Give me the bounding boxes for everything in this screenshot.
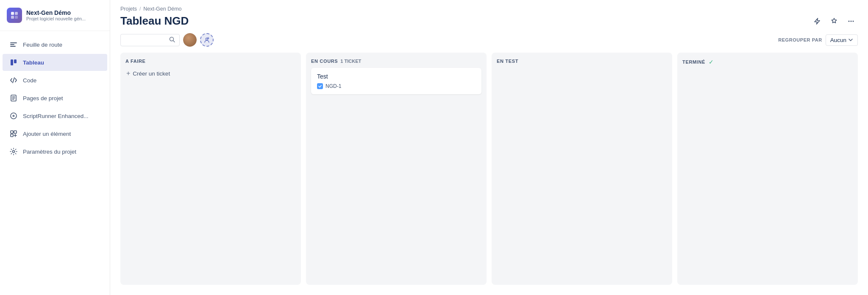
avatar-image	[183, 33, 197, 47]
regrouper-label: REGROUPER PAR	[778, 37, 822, 42]
svg-rect-5	[14, 59, 17, 63]
sidebar-item-roadmap[interactable]: Feuille de route	[3, 36, 107, 53]
column-done: TERMINÉ ✓	[677, 53, 858, 285]
pages-icon	[9, 94, 18, 102]
topbar: Projets / Next-Gen Démo Tableau NGD	[110, 0, 868, 28]
svg-rect-4	[11, 59, 13, 65]
column-header-done: TERMINÉ ✓	[682, 59, 853, 65]
sidebar-label-add: Ajouter un élément	[23, 131, 71, 137]
column-title-in-test: EN TEST	[497, 59, 518, 64]
column-in-progress: EN COURS 1 TICKET Test NGD-1	[306, 53, 487, 285]
svg-point-19	[849, 21, 850, 22]
column-in-test: EN TEST	[492, 53, 672, 285]
sidebar-nav: Feuille de route Tableau Code	[0, 31, 110, 165]
column-count-in-progress: 1 TICKET	[340, 59, 361, 64]
card-title-test: Test	[317, 73, 476, 80]
svg-point-20	[851, 21, 852, 22]
svg-rect-2	[11, 16, 14, 19]
svg-line-6	[13, 78, 14, 83]
column-header-todo: A FAIRE	[125, 59, 296, 64]
toolbar-left	[120, 33, 214, 47]
sidebar-item-code[interactable]: Code	[3, 72, 107, 89]
column-header-in-test: EN TEST	[497, 59, 667, 64]
breadcrumb: Projets / Next-Gen Démo	[120, 6, 858, 12]
sidebar-label-code: Code	[23, 77, 36, 84]
project-name: Next-Gen Démo	[26, 9, 86, 17]
regrouper-value: Aucun	[830, 37, 846, 43]
sidebar-header: Next-Gen Démo Projet logiciel nouvelle g…	[0, 0, 110, 31]
project-info: Next-Gen Démo Projet logiciel nouvelle g…	[26, 9, 86, 22]
svg-rect-3	[15, 16, 18, 19]
card-meta-test: NGD-1	[317, 83, 476, 89]
avatar-user[interactable]	[183, 33, 197, 47]
more-button[interactable]	[844, 14, 858, 28]
regrouper-select[interactable]: Aucun	[826, 34, 858, 46]
add-icon	[9, 129, 18, 138]
main-content: Projets / Next-Gen Démo Tableau NGD	[110, 0, 868, 295]
settings-icon	[9, 147, 18, 156]
sidebar-label-scriptrunner: ScriptRunner Enhanced...	[23, 113, 89, 119]
avatar-add-button[interactable]	[200, 33, 214, 47]
svg-point-12	[13, 115, 14, 117]
sidebar-label-pages: Pages de projet	[23, 95, 63, 101]
column-todo: A FAIRE + Créer un ticket	[120, 53, 301, 285]
card-id: NGD-1	[326, 83, 341, 89]
search-icon	[169, 37, 175, 44]
breadcrumb-current: Next-Gen Démo	[143, 6, 181, 12]
page-title-row: Tableau NGD	[120, 14, 858, 28]
search-input[interactable]	[125, 37, 167, 43]
svg-rect-14	[14, 131, 17, 133]
lightning-button[interactable]	[810, 14, 824, 28]
column-title-todo: A FAIRE	[125, 59, 146, 64]
code-icon	[9, 76, 18, 84]
column-header-in-progress: EN COURS 1 TICKET	[311, 59, 481, 64]
star-button[interactable]	[827, 14, 841, 28]
create-ticket-button[interactable]: + Créer un ticket	[125, 68, 296, 79]
sidebar: Next-Gen Démo Projet logiciel nouvelle g…	[0, 0, 110, 295]
sidebar-label-settings: Paramètres du projet	[23, 149, 76, 155]
board-icon	[9, 58, 18, 67]
sidebar-item-settings[interactable]: Paramètres du projet	[3, 143, 107, 160]
page-title: Tableau NGD	[120, 14, 189, 28]
svg-point-21	[853, 21, 854, 22]
search-box[interactable]	[120, 34, 180, 46]
chevron-down-icon	[848, 37, 853, 42]
sidebar-item-board[interactable]: Tableau	[3, 54, 107, 71]
project-logo[interactable]	[7, 8, 22, 23]
sidebar-label-roadmap: Feuille de route	[23, 42, 62, 48]
toolbar-right: REGROUPER PAR Aucun	[778, 34, 858, 46]
card-test[interactable]: Test NGD-1	[311, 68, 481, 94]
scriptrunner-icon	[9, 112, 18, 120]
sidebar-item-scriptrunner[interactable]: ScriptRunner Enhanced...	[3, 107, 107, 124]
svg-rect-15	[11, 134, 13, 137]
plus-icon: +	[126, 70, 130, 77]
toolbar: REGROUPER PAR Aucun	[110, 28, 868, 53]
svg-rect-0	[11, 12, 14, 15]
roadmap-icon	[9, 40, 18, 49]
breadcrumb-parent[interactable]: Projets	[120, 6, 137, 12]
svg-line-23	[173, 40, 175, 42]
title-actions	[810, 14, 858, 28]
sidebar-label-board: Tableau	[23, 59, 44, 66]
breadcrumb-separator: /	[139, 6, 141, 12]
column-title-in-progress: EN COURS	[311, 59, 338, 64]
sidebar-item-pages[interactable]: Pages de projet	[3, 90, 107, 107]
svg-rect-13	[11, 131, 13, 133]
create-ticket-label: Créer un ticket	[133, 70, 170, 77]
kanban-board: A FAIRE + Créer un ticket EN COURS 1 TIC…	[110, 53, 868, 295]
project-subtitle: Projet logiciel nouvelle gén...	[26, 16, 86, 21]
sidebar-item-add[interactable]: Ajouter un élément	[3, 125, 107, 142]
card-checkbox-icon	[317, 83, 323, 89]
column-title-done: TERMINÉ	[682, 59, 705, 65]
svg-point-18	[13, 151, 15, 153]
done-check-icon: ✓	[709, 59, 714, 65]
svg-rect-1	[15, 12, 18, 15]
